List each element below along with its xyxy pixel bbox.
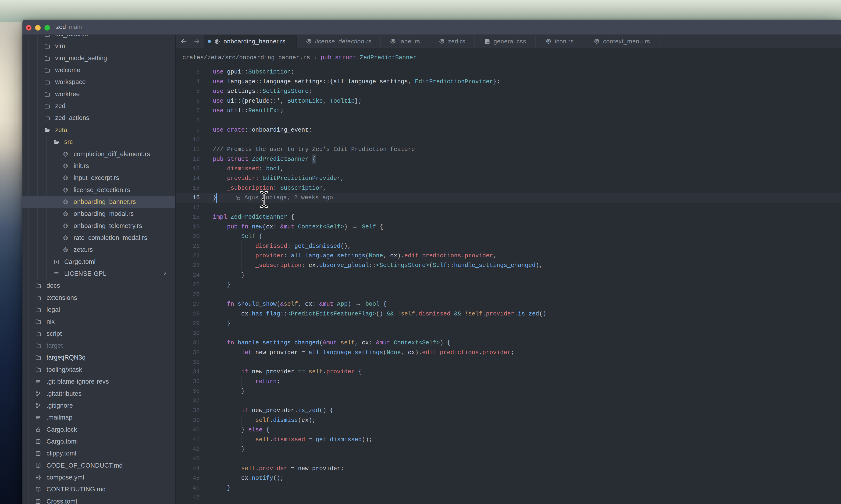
svg-text:R: R <box>64 164 67 168</box>
svg-text:R: R <box>64 188 67 192</box>
svg-text:R: R <box>64 176 67 180</box>
svg-text:R: R <box>392 39 394 43</box>
svg-text:R: R <box>440 39 443 43</box>
svg-text:R: R <box>64 224 67 228</box>
svg-text:R: R <box>64 152 67 156</box>
svg-text:R: R <box>596 39 598 43</box>
svg-text:R: R <box>64 236 67 240</box>
svg-text:R: R <box>64 200 67 204</box>
svg-text:R: R <box>64 248 67 252</box>
svg-text:R: R <box>547 39 550 43</box>
svg-text:css: css <box>486 41 489 43</box>
svg-text:R: R <box>307 39 310 43</box>
svg-text:R: R <box>64 212 67 216</box>
svg-text:R: R <box>216 39 219 43</box>
